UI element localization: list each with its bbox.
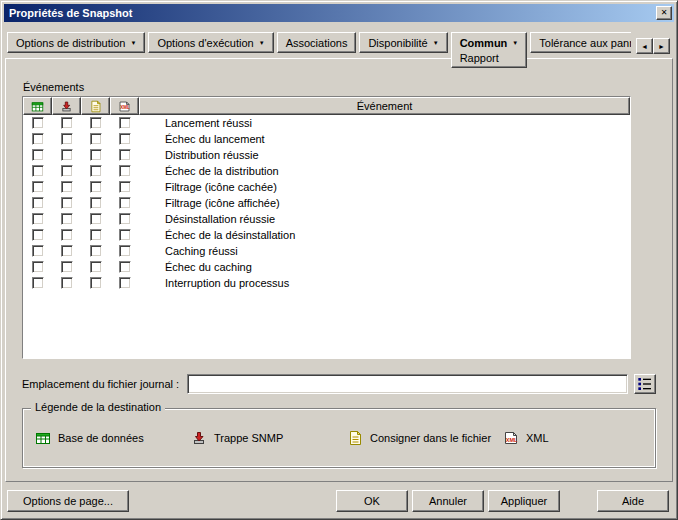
- events-column-header[interactable]: Événement: [139, 97, 630, 115]
- checkbox-snmp[interactable]: [61, 277, 73, 289]
- checkbox-xml[interactable]: [119, 197, 131, 209]
- checkbox-cell: [52, 229, 81, 241]
- checkbox-database[interactable]: [32, 165, 44, 177]
- checkbox-log[interactable]: [90, 133, 102, 145]
- checkbox-log[interactable]: [90, 245, 102, 257]
- checkbox-log[interactable]: [90, 149, 102, 161]
- column-header-log[interactable]: [81, 97, 110, 115]
- checkbox-xml[interactable]: [119, 277, 131, 289]
- browse-icon: [637, 376, 653, 392]
- checkbox-log[interactable]: [90, 229, 102, 241]
- page-options-button[interactable]: Options de page...: [7, 490, 129, 512]
- checkbox-snmp[interactable]: [61, 133, 73, 145]
- cancel-button[interactable]: Annuler: [412, 490, 484, 512]
- event-label: Lancement réussi: [139, 117, 630, 129]
- checkbox-xml[interactable]: [119, 213, 131, 225]
- tab-scroll-left-button[interactable]: ◄: [636, 38, 653, 54]
- events-section-label: Événements: [23, 81, 656, 93]
- checkbox-database[interactable]: [32, 245, 44, 257]
- checkbox-log[interactable]: [90, 117, 102, 129]
- event-row-9: Caching réussi: [23, 243, 630, 259]
- checkbox-xml[interactable]: [119, 261, 131, 273]
- apply-button[interactable]: Appliquer: [488, 490, 560, 512]
- tab-label: Tolérance aux pannes: [539, 37, 631, 49]
- checkbox-database[interactable]: [32, 181, 44, 193]
- tab-associations[interactable]: Associations: [277, 32, 357, 53]
- event-row-5: Filtrage (icône cachée): [23, 179, 630, 195]
- checkbox-snmp[interactable]: [61, 245, 73, 257]
- checkbox-xml[interactable]: [119, 149, 131, 161]
- checkbox-database[interactable]: [32, 277, 44, 289]
- legend-groupbox: Légende de la destination Base de donnée…: [22, 408, 656, 468]
- checkbox-log[interactable]: [90, 197, 102, 209]
- checkbox-log[interactable]: [90, 261, 102, 273]
- event-row-1: Lancement réussi: [23, 115, 630, 131]
- checkbox-snmp[interactable]: [61, 149, 73, 161]
- event-label: Désinstallation réussie: [139, 213, 630, 225]
- checkbox-snmp[interactable]: [61, 165, 73, 177]
- tab-label: Options d'exécution: [157, 37, 253, 49]
- checkbox-cell: [52, 133, 81, 145]
- checkbox-cell: [81, 181, 110, 193]
- close-button[interactable]: ✕: [656, 6, 672, 20]
- checkbox-database[interactable]: [32, 117, 44, 129]
- tab-top: Options d'exécution▼: [149, 33, 272, 52]
- checkbox-log[interactable]: [90, 165, 102, 177]
- browse-button[interactable]: [634, 374, 656, 394]
- tab-fault-tolerance[interactable]: Tolérance aux pannes: [530, 32, 631, 53]
- checkbox-database[interactable]: [32, 133, 44, 145]
- tab-execution-options[interactable]: Options d'exécution▼: [148, 32, 273, 53]
- checkbox-database[interactable]: [32, 213, 44, 225]
- checkbox-cell: [110, 277, 139, 289]
- checkbox-cell: [81, 245, 110, 257]
- legend-items: Base de donnéesTrappe SNMPConsigner dans…: [23, 409, 655, 446]
- checkbox-xml[interactable]: [119, 117, 131, 129]
- ok-button[interactable]: OK: [336, 490, 408, 512]
- tab-distribution-options[interactable]: Options de distribution▼: [7, 32, 145, 53]
- column-header-database[interactable]: [23, 97, 52, 115]
- checkbox-log[interactable]: [90, 277, 102, 289]
- checkbox-snmp[interactable]: [61, 213, 73, 225]
- help-button[interactable]: Aide: [597, 490, 669, 512]
- svg-text:XML: XML: [120, 105, 130, 110]
- column-header-snmp[interactable]: [52, 97, 81, 115]
- snmp-trap-icon: [191, 430, 207, 446]
- checkbox-cell: [23, 149, 52, 161]
- events-table-header: XMLÉvénement: [23, 97, 630, 115]
- event-label: Filtrage (icône affichée): [139, 197, 630, 209]
- checkbox-cell: [23, 245, 52, 257]
- checkbox-snmp[interactable]: [61, 117, 73, 129]
- log-file-input[interactable]: [187, 374, 628, 394]
- checkbox-snmp[interactable]: [61, 229, 73, 241]
- event-label: Échec de la désinstallation: [139, 229, 630, 241]
- checkbox-cell: [110, 133, 139, 145]
- checkbox-snmp[interactable]: [61, 261, 73, 273]
- checkbox-xml[interactable]: [119, 229, 131, 241]
- checkbox-log[interactable]: [90, 181, 102, 193]
- event-row-3: Distribution réussie: [23, 147, 630, 163]
- checkbox-database[interactable]: [32, 197, 44, 209]
- tab-common[interactable]: Commun▼Rapport: [451, 32, 528, 68]
- checkbox-cell: [23, 165, 52, 177]
- window-title: Propriétés de Snapshot: [9, 7, 656, 19]
- checkbox-cell: [52, 213, 81, 225]
- column-header-xml[interactable]: XML: [110, 97, 139, 115]
- tab-scroll-right-button[interactable]: ►: [653, 38, 670, 54]
- log-file-icon: [89, 100, 102, 113]
- events-table-body: Lancement réussiÉchec du lancementDistri…: [23, 115, 630, 358]
- checkbox-snmp[interactable]: [61, 197, 73, 209]
- checkbox-database[interactable]: [32, 149, 44, 161]
- checkbox-xml[interactable]: [119, 133, 131, 145]
- checkbox-log[interactable]: [90, 213, 102, 225]
- checkbox-cell: [81, 277, 110, 289]
- checkbox-xml[interactable]: [119, 181, 131, 193]
- tab-top: Tolérance aux pannes: [531, 33, 631, 52]
- tab-top: Commun▼: [452, 33, 527, 52]
- checkbox-database[interactable]: [32, 229, 44, 241]
- log-file-icon: [347, 430, 363, 446]
- checkbox-xml[interactable]: [119, 245, 131, 257]
- tab-availability[interactable]: Disponibilité▼: [359, 32, 447, 53]
- checkbox-snmp[interactable]: [61, 181, 73, 193]
- checkbox-xml[interactable]: [119, 165, 131, 177]
- checkbox-database[interactable]: [32, 261, 44, 273]
